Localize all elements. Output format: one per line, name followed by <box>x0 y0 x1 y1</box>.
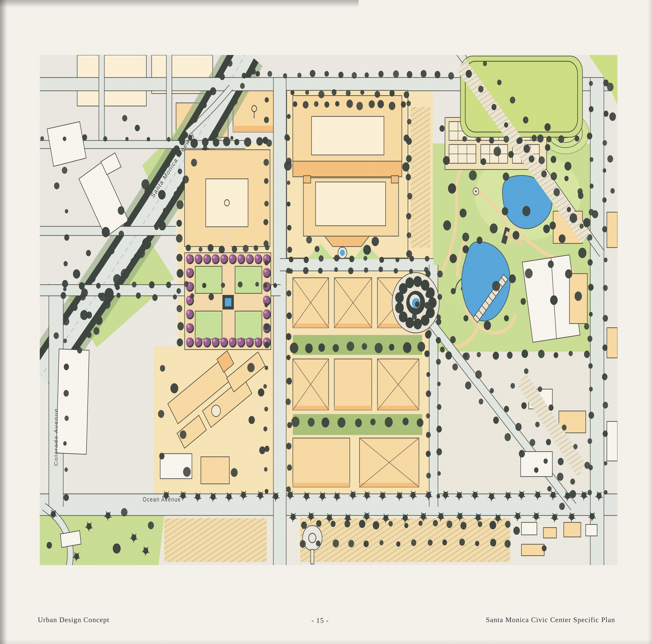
halftone-texture <box>40 55 618 565</box>
ocean-avenue-label: Ocean Avenue <box>143 496 181 503</box>
page-number: - 15 - <box>311 616 329 624</box>
colorado-avenue-label: Colorado Avenue <box>53 408 59 466</box>
scan-shadow-right <box>647 0 652 644</box>
footer-document-title: Santa Monica Civic Center Specific Plan <box>486 616 615 624</box>
scan-shadow-top <box>0 0 359 8</box>
scan-shadow-left <box>0 0 7 644</box>
scan-shadow-bottom <box>0 639 652 644</box>
scanned-page: Santa Monica Freeway Colorado Avenue Oce… <box>0 0 652 644</box>
footer-section-title: Urban Design Concept <box>38 616 109 624</box>
site-plan-map: Santa Monica Freeway Colorado Avenue Oce… <box>40 55 618 565</box>
urban-design-plan-drawing: Santa Monica Freeway Colorado Avenue Oce… <box>40 55 618 565</box>
